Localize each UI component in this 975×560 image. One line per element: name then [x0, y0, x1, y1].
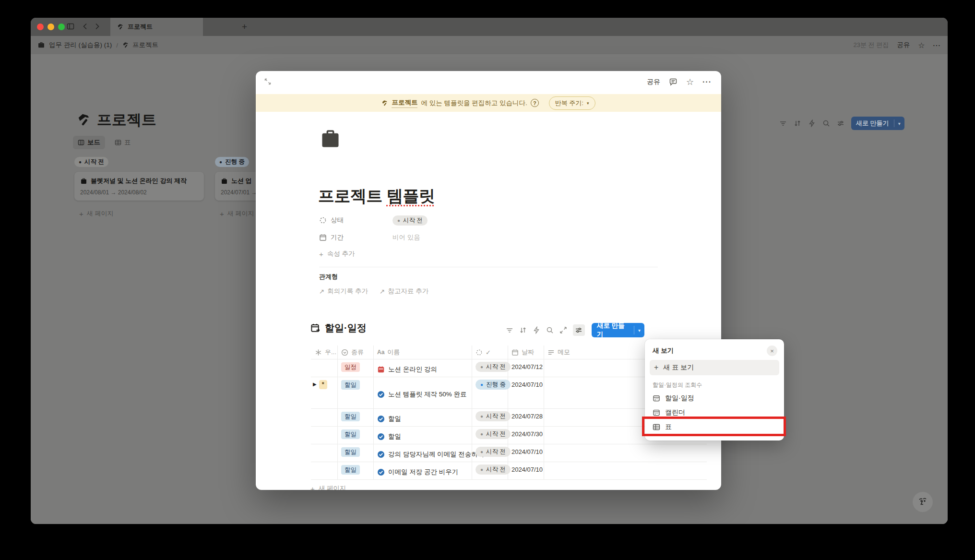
date-cell[interactable]: 2024/07/28	[508, 408, 544, 426]
modal-share-button[interactable]: 공유	[647, 78, 660, 86]
view-tab-table[interactable]: 표	[110, 136, 136, 149]
search-icon[interactable]	[822, 119, 830, 127]
type-cell[interactable]: 일정	[337, 359, 373, 377]
add-references-link[interactable]: ↗참고자료 추가	[380, 287, 428, 296]
new-tab-button[interactable]: +	[242, 22, 247, 32]
status-cell[interactable]: ●시작 전	[472, 462, 508, 479]
priority-cell[interactable]	[311, 462, 337, 479]
new-button-dimmed[interactable]: 새로 만들기▾	[851, 117, 904, 130]
status-cell[interactable]: ●진행 중	[472, 377, 508, 408]
new-row-button[interactable]: + 새 페이지	[310, 480, 346, 490]
star-icon[interactable]: ☆	[686, 77, 694, 87]
repeat-cycle-button[interactable]: 반복 주기:▾	[549, 96, 595, 110]
type-cell[interactable]: 할일	[337, 377, 373, 408]
minimize-window-button[interactable]	[48, 24, 54, 30]
name-cell[interactable]: 할일	[373, 426, 472, 444]
property-row-period[interactable]: 기간 비어 있음	[319, 229, 420, 246]
expand-icon[interactable]	[264, 78, 272, 85]
db-new-button[interactable]: 새로 만들기▾	[592, 323, 644, 337]
type-cell[interactable]: 할일	[337, 444, 373, 462]
settings-sliders-icon[interactable]	[837, 119, 844, 127]
breadcrumb-workspace[interactable]: 업무 관리 (실습용) (1)	[49, 41, 112, 49]
name-cell[interactable]: 할일	[373, 408, 472, 426]
add-meeting-notes-link[interactable]: ↗회의기록 추가	[319, 287, 368, 296]
tab-projects[interactable]: 프로젝트	[110, 18, 203, 36]
name-cell[interactable]: 노션 템플릿 제작 50% 완료	[373, 377, 472, 408]
add-property-button[interactable]: + 속성 추가	[319, 250, 355, 258]
briefcase-page-icon[interactable]	[319, 128, 342, 150]
templates-face-button[interactable]	[913, 492, 933, 512]
name-cell[interactable]: 이메일 저장 공간 비우기	[373, 462, 472, 479]
sort-icon[interactable]	[794, 119, 801, 127]
tab-bar: 프로젝트 +	[31, 18, 948, 36]
zap-icon[interactable]	[532, 326, 540, 334]
status-cell[interactable]: ●시작 전	[472, 444, 508, 462]
expand-toggle-icon[interactable]: ▶	[313, 381, 317, 387]
search-icon[interactable]	[546, 326, 554, 334]
date-cell[interactable]: 2024/07/10	[508, 377, 544, 408]
column-header[interactable]: Aa이름	[373, 346, 472, 359]
popup-section-label: 할일·일정의 조회수	[645, 376, 784, 391]
help-icon[interactable]: ?	[531, 99, 539, 107]
back-icon[interactable]	[82, 23, 89, 30]
status-spinner-icon	[319, 216, 327, 224]
memo-cell[interactable]	[544, 444, 707, 462]
name-cell[interactable]: 노션 온라인 강의	[373, 359, 472, 377]
table-icon	[115, 139, 121, 146]
status-cell[interactable]: ●시작 전	[472, 408, 508, 426]
status-cell[interactable]: ●시작 전	[472, 359, 508, 377]
check-circle-icon	[377, 415, 385, 423]
priority-cell[interactable]	[311, 359, 337, 377]
close-window-button[interactable]	[37, 24, 44, 30]
priority-cell[interactable]: ▶*	[311, 377, 337, 408]
board-card[interactable]: 불렛저널 및 노션 온라인 강의 제작 2024/08/01 → 2024/08…	[74, 172, 204, 201]
banner-page-link[interactable]: 프로젝트	[392, 98, 417, 108]
type-cell[interactable]: 할일	[337, 462, 373, 479]
more-icon[interactable]: ···	[933, 42, 941, 49]
breadcrumb-bar: 업무 관리 (실습용) (1) / 프로젝트 23분 전 편집 공유 ☆ ···	[31, 36, 948, 54]
column-header[interactable]: 종류	[337, 346, 373, 359]
board-column-status[interactable]: ●시작 전	[74, 157, 108, 167]
zoom-window-button[interactable]	[58, 24, 65, 30]
status-cell[interactable]: ●시작 전	[472, 426, 508, 444]
filter-icon[interactable]	[505, 326, 513, 334]
name-cell[interactable]: 강의 담당자님께 이메일 전송하기	[373, 444, 472, 462]
expand-diagonal-icon[interactable]	[559, 326, 568, 334]
priority-cell[interactable]	[311, 408, 337, 426]
date-cell[interactable]: 2024/07/12	[508, 359, 544, 377]
memo-cell[interactable]	[544, 462, 707, 479]
breadcrumb-page[interactable]: 프로젝트	[132, 41, 158, 49]
sidebar-toggle-icon[interactable]	[67, 23, 74, 30]
plus-icon: +	[310, 485, 315, 490]
date-cell[interactable]: 2024/07/10	[508, 444, 544, 462]
property-row-status[interactable]: 상태 ●시작 전	[319, 212, 428, 228]
settings-sliders-icon[interactable]	[573, 324, 585, 336]
date-cell[interactable]: 2024/07/30	[508, 426, 544, 444]
template-title[interactable]: 프로젝트 템플릿	[318, 185, 435, 207]
new-table-view-item[interactable]: + 새 표 보기	[650, 360, 779, 375]
view-tab-board[interactable]: 보드	[73, 136, 105, 149]
zap-icon[interactable]	[808, 119, 816, 127]
sort-icon[interactable]	[519, 326, 527, 334]
priority-cell[interactable]	[311, 426, 337, 444]
priority-cell[interactable]	[311, 444, 337, 462]
close-icon[interactable]: ×	[767, 346, 777, 356]
type-cell[interactable]: 할일	[337, 408, 373, 426]
linked-db-title[interactable]: 할일·일정	[310, 322, 367, 334]
select-icon	[341, 349, 348, 356]
column-header[interactable]: ✓	[472, 346, 508, 359]
forward-icon[interactable]	[93, 23, 101, 30]
card-date-range: 2024/08/01 → 2024/08/02	[80, 189, 198, 196]
column-header[interactable]: 날짜	[508, 346, 544, 359]
board-new-page-button[interactable]: +새 페이지	[74, 206, 204, 221]
board-column-status[interactable]: ●진행 중	[215, 157, 249, 167]
filter-icon[interactable]	[779, 119, 787, 127]
more-icon[interactable]: ···	[702, 78, 712, 86]
type-cell[interactable]: 할일	[337, 426, 373, 444]
share-button[interactable]: 공유	[897, 41, 910, 49]
comment-icon[interactable]	[669, 78, 678, 86]
column-header[interactable]: 우...	[311, 346, 337, 359]
star-icon[interactable]: ☆	[918, 41, 925, 50]
date-cell[interactable]: 2024/07/10	[508, 462, 544, 479]
popup-view-item-normal[interactable]: 할일·일정	[645, 391, 784, 405]
